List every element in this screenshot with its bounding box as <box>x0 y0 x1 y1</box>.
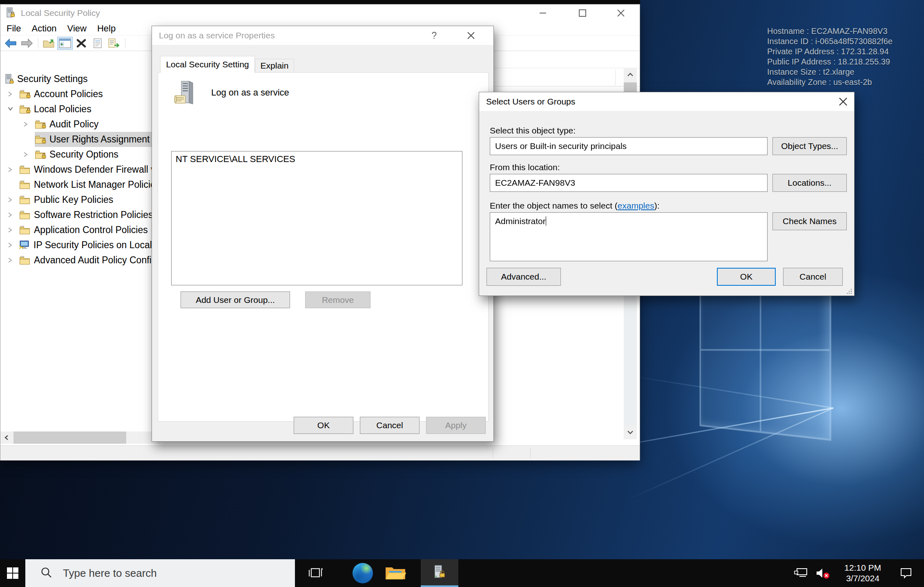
show-hide-console-tree-button[interactable] <box>57 37 73 50</box>
check-names-button[interactable]: Check Names <box>772 212 847 230</box>
minimize-button[interactable] <box>529 4 556 22</box>
chevron-right-icon[interactable] <box>7 227 13 235</box>
file-explorer-button[interactable] <box>381 559 410 587</box>
clock-date: 3/7/2024 <box>838 573 887 584</box>
action-center-button[interactable] <box>895 559 917 587</box>
chevron-right-icon[interactable] <box>22 121 28 129</box>
taskbar-clock[interactable]: 12:10 PM 3/7/2024 <box>838 559 887 587</box>
scroll-left-button[interactable] <box>0 431 13 444</box>
export-list-button[interactable] <box>106 37 122 50</box>
tree-item-security-options[interactable]: Security Options <box>0 147 160 162</box>
forward-button[interactable] <box>19 37 35 50</box>
file-explorer-icon <box>385 565 406 582</box>
tree-item-account-policies[interactable]: Account Policies <box>0 87 160 102</box>
search-icon <box>40 566 52 580</box>
start-button[interactable] <box>0 559 25 587</box>
tree-item-application-control-policies[interactable]: Application Control Policies <box>0 222 160 238</box>
properties-button[interactable] <box>90 37 105 50</box>
tree-item-label: Windows Defender Firewall with Advanced … <box>34 164 160 175</box>
chevron-right-icon[interactable] <box>7 166 13 175</box>
add-user-or-group-button[interactable]: Add User or Group... <box>181 291 290 308</box>
tab-explain[interactable]: Explain <box>255 59 294 72</box>
tree-item-ip-security-policies-on-local-computer[interactable]: IP Security Policies on Local Computer <box>0 238 160 253</box>
tab-local-security-setting[interactable]: Local Security Setting <box>160 56 255 73</box>
windows-logo-icon <box>7 567 19 579</box>
chevron-right-icon[interactable] <box>7 242 13 250</box>
tree-item-local-policies[interactable]: Local Policies <box>0 102 160 117</box>
examples-link[interactable]: examples <box>618 201 654 210</box>
computer-lock-icon <box>4 74 13 84</box>
ok-button[interactable]: OK <box>717 268 776 286</box>
ok-button[interactable]: OK <box>294 417 353 434</box>
network-icon <box>794 567 808 579</box>
search-input[interactable]: Type here to search <box>25 559 295 587</box>
chevron-right-icon[interactable] <box>22 151 28 160</box>
folder-lock-icon <box>19 90 30 99</box>
task-view-button[interactable] <box>301 559 330 587</box>
dialog-title: Select Users or Groups <box>486 92 575 111</box>
tree-horizontal-scrollbar[interactable] <box>0 431 161 444</box>
close-icon[interactable] <box>832 92 854 111</box>
resize-grip[interactable] <box>847 288 853 294</box>
scroll-down-button[interactable] <box>624 425 637 439</box>
dialog-titlebar: Select Users or Groups <box>479 92 854 111</box>
cancel-button[interactable]: Cancel <box>783 268 843 286</box>
object-names-input[interactable]: Administrator <box>490 212 768 261</box>
scroll-up-button[interactable] <box>624 68 637 82</box>
tree-item-label: Public Key Policies <box>34 194 113 205</box>
edge-button[interactable] <box>348 559 377 587</box>
tree-item-windows-defender-firewall-with-advanced-security[interactable]: Windows Defender Firewall with Advanced … <box>0 162 160 177</box>
folder-icon <box>19 196 30 205</box>
up-one-level-button[interactable] <box>41 37 56 50</box>
tree-item-security-settings[interactable]: Security Settings <box>0 71 160 87</box>
menu-view[interactable]: View <box>62 22 92 36</box>
tree-item-label: Security Settings <box>17 73 88 84</box>
members-listbox[interactable]: NT SERVICE\ALL SERVICES <box>171 151 462 285</box>
instance-info-line: Hostname : EC2AMAZ-FAN98V3 <box>767 26 893 36</box>
scrollbar-thumb[interactable] <box>13 431 126 444</box>
location-label: From this location: <box>490 162 560 172</box>
tree-item-label: IP Security Policies on Local Computer <box>33 240 160 251</box>
maximize-button[interactable] <box>569 4 596 22</box>
remove-button[interactable]: Remove <box>305 291 370 308</box>
tree-item-advanced-audit-policy-configuration[interactable]: Advanced Audit Policy Configuration <box>0 253 160 268</box>
location-field[interactable]: EC2AMAZ-FAN98V3 <box>490 174 768 192</box>
folder-lock-icon <box>19 105 30 114</box>
object-type-field[interactable]: Users or Built-in security principals <box>490 137 768 155</box>
cancel-button[interactable]: Cancel <box>360 417 420 434</box>
chevron-right-icon[interactable] <box>7 196 13 205</box>
tree-item-software-restriction-policies[interactable]: Software Restriction Policies <box>0 207 160 222</box>
chevron-right-icon[interactable] <box>7 211 13 220</box>
tree-item-public-key-policies[interactable]: Public Key Policies <box>0 192 160 207</box>
advanced-button[interactable]: Advanced... <box>487 268 561 286</box>
tree-item-network-list-manager-policies[interactable]: Network List Manager Policies <box>0 177 160 192</box>
menu-file[interactable]: File <box>1 22 26 36</box>
folder-icon <box>19 180 30 189</box>
network-tray-button[interactable] <box>792 559 810 587</box>
close-icon[interactable] <box>461 26 481 45</box>
object-types-button[interactable]: Object Types... <box>772 137 847 155</box>
menu-action[interactable]: Action <box>26 22 62 36</box>
apply-button[interactable]: Apply <box>426 417 486 434</box>
task-view-icon <box>308 567 323 580</box>
toolbar-separator <box>125 38 125 49</box>
tree-item-label: Local Policies <box>34 104 92 115</box>
locations-button[interactable]: Locations... <box>772 174 847 192</box>
delete-button[interactable] <box>74 37 89 50</box>
chevron-right-icon[interactable] <box>7 257 13 265</box>
instance-info-line: Public IP Address : 18.218.255.39 <box>767 57 893 67</box>
help-button[interactable]: ? <box>425 26 444 45</box>
tree-item-audit-policy[interactable]: Audit Policy <box>0 117 160 132</box>
chevron-right-icon[interactable] <box>7 91 13 99</box>
close-button[interactable] <box>607 4 634 22</box>
menu-help[interactable]: Help <box>92 22 121 36</box>
tab-page: Log on as a service NT SERVICE\ALL SERVI… <box>158 72 489 422</box>
chevron-down-icon[interactable] <box>7 106 14 113</box>
back-button[interactable] <box>3 37 18 50</box>
tree-item-user-rights-assignment[interactable]: User Rights Assignment <box>0 132 160 147</box>
dialog-title: Log on as a service Properties <box>159 26 275 45</box>
volume-muted-tray-button[interactable] <box>812 559 832 587</box>
column-divider[interactable] <box>615 70 616 85</box>
local-security-policy-taskbar-button[interactable] <box>421 559 458 587</box>
instance-info-line: Availability Zone : us-east-2b <box>767 77 893 87</box>
